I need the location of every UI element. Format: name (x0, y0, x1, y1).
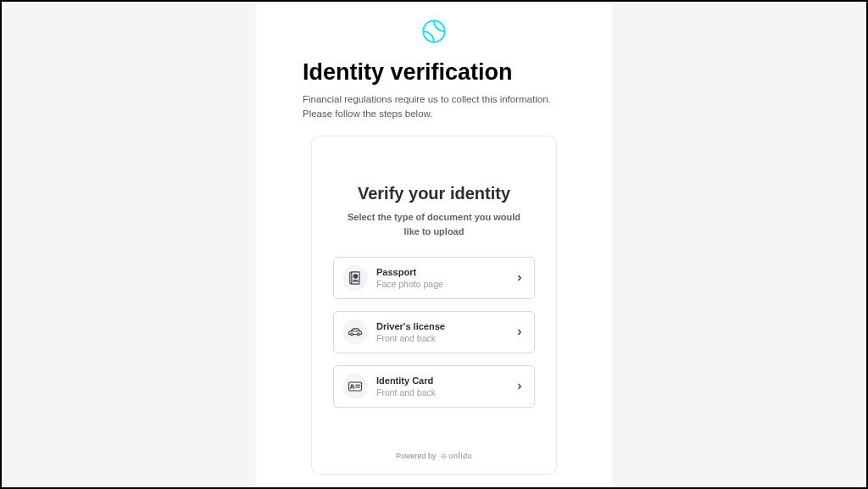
chevron-right-icon (515, 326, 524, 339)
doc-text: Identity Card Front and back (376, 375, 515, 398)
doc-option-identity-card[interactable]: Identity Card Front and back (333, 365, 535, 408)
powered-by: Powered by onfido (333, 452, 535, 460)
doc-option-passport[interactable]: Passport Face photo page (333, 257, 535, 299)
car-icon (342, 320, 368, 345)
doc-option-drivers-license[interactable]: Driver's license Front and back (333, 311, 535, 353)
subtitle-line-1: Financial regulations require us to coll… (303, 94, 551, 104)
doc-title: Passport (376, 266, 515, 278)
doc-text: Passport Face photo page (376, 266, 515, 290)
main-column: Identity verification Financial regulati… (256, 2, 612, 487)
powered-by-brand: onfido (440, 452, 473, 460)
card-title: Verify your identity (333, 184, 535, 203)
powered-by-brand-text: onfido (449, 452, 473, 460)
card-subtitle: Select the type of document you would li… (333, 210, 535, 238)
doc-title: Driver's license (376, 320, 515, 332)
doc-desc: Face photo page (376, 279, 515, 291)
page-wrapper: Identity verification Financial regulati… (2, 2, 866, 487)
svg-rect-6 (349, 382, 362, 391)
svg-point-5 (357, 333, 359, 336)
doc-desc: Front and back (376, 333, 515, 345)
chevron-right-icon (515, 381, 524, 393)
svg-point-10 (442, 455, 445, 458)
page-subtitle: Financial regulations require us to coll… (303, 92, 551, 120)
right-gutter (612, 2, 866, 487)
powered-by-prefix: Powered by (396, 452, 437, 460)
passport-icon (342, 265, 368, 291)
page-title: Identity verification (303, 59, 513, 86)
subtitle-line-2: Please follow the steps below. (303, 108, 432, 119)
onfido-logo-icon (440, 453, 448, 460)
brand-logo (303, 19, 565, 44)
doc-desc: Front and back (376, 387, 515, 399)
doc-text: Driver's license Front and back (376, 320, 515, 344)
gemini-logo-icon (421, 19, 447, 44)
id-card-icon (342, 374, 368, 399)
chevron-right-icon (515, 272, 524, 285)
doc-title: Identity Card (376, 375, 515, 386)
svg-point-4 (351, 333, 353, 336)
verification-card: Verify your identity Select the type of … (311, 136, 557, 475)
left-gutter (2, 2, 256, 487)
